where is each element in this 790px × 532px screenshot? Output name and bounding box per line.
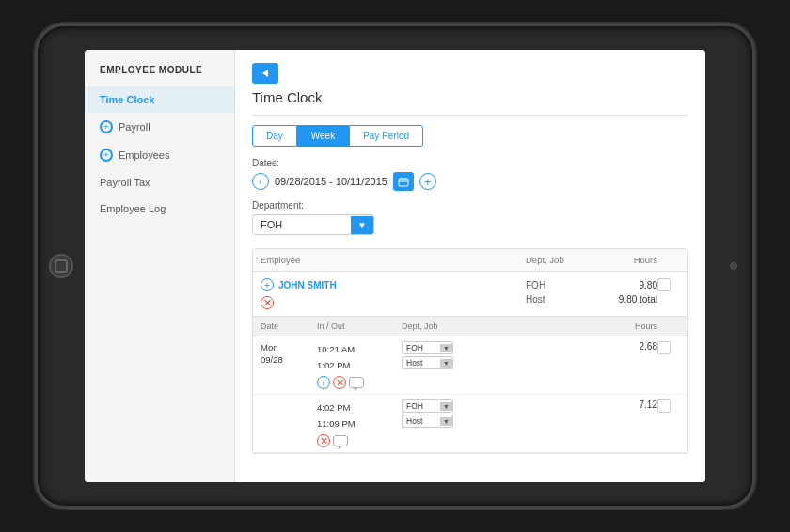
employee-name-top: + JOHN SMITH	[261, 278, 337, 291]
detail-job-text-2: Host	[403, 415, 440, 427]
department-select-arrow-icon[interactable]: ▼	[351, 216, 373, 234]
detail-col-check	[657, 321, 680, 331]
detail-job-arrow-1: ▼	[440, 359, 452, 368]
dates-row: ‹ 09/28/2015 - 10/11/2015 +	[252, 172, 688, 191]
row-remove-icon-1[interactable]: ✕	[333, 376, 346, 389]
comment-icon-2[interactable]	[333, 435, 348, 446]
detail-in-time-1: 10:21 AM	[317, 341, 402, 357]
detail-row-1: Mon 09/28 10:21 AM 1:02 PM + ✕	[253, 336, 687, 395]
calendar-icon	[398, 177, 409, 187]
detail-dept-select-1[interactable]: FOH ▼	[402, 341, 453, 354]
employee-row: + JOHN SMITH ✕ FOH Host 9.80 9.80 total	[253, 272, 687, 317]
employee-name-cell: + JOHN SMITH ✕	[261, 278, 392, 309]
detail-col-date: Date	[261, 321, 317, 331]
detail-hours-1: 2.68	[601, 341, 657, 352]
detail-header: Date In / Out Dept, Job Hours	[253, 317, 687, 336]
table-header: Employee Dept, Job Hours	[253, 249, 687, 272]
page-title: Time Clock	[252, 89, 688, 105]
timeclock-label: Time Clock	[100, 94, 155, 105]
tablet-frame: EMPLOYEE MODULE Time Clock + Payroll + E…	[38, 26, 752, 506]
detail-dept-1: FOH ▼ Host ▼	[402, 341, 601, 371]
detail-job-select-1[interactable]: Host ▼	[402, 356, 453, 369]
date-prev-button[interactable]: ‹	[252, 173, 269, 190]
tab-group: Day Week Pay Period	[252, 125, 688, 147]
detail-inout-1: 10:21 AM 1:02 PM + ✕	[317, 341, 402, 389]
detail-out-time-1: 1:02 PM	[317, 357, 402, 373]
col-empty	[392, 255, 526, 265]
dates-label: Dates:	[252, 158, 688, 168]
title-divider	[252, 115, 688, 116]
detail-row-2: 4:02 PM 11:09 PM ✕ FOH ▼ Host	[253, 395, 687, 453]
home-button-inner	[55, 259, 68, 273]
detail-col-dept: Dept, Job	[402, 321, 601, 331]
camera	[730, 262, 737, 270]
employee-hours-value: 9.80	[601, 278, 657, 292]
employeelog-label: Employee Log	[100, 203, 166, 214]
employees-add-icon: +	[100, 149, 113, 162]
sidebar: EMPLOYEE MODULE Time Clock + Payroll + E…	[85, 50, 235, 482]
col-hours: Hours	[601, 255, 657, 265]
tab-payperiod[interactable]: Pay Period	[349, 125, 423, 147]
detail-dept-text-1: FOH	[403, 342, 440, 353]
sidebar-title: EMPLOYEE MODULE	[85, 65, 234, 86]
detail-day-1: Mon	[261, 341, 317, 353]
detail-job-text-1: Host	[403, 357, 440, 368]
department-select[interactable]: FOH ▼	[252, 214, 374, 235]
employee-hours: 9.80 9.80 total	[601, 278, 657, 306]
detail-date-1: Mon 09/28	[261, 341, 317, 367]
detail-col-inout: In / Out	[317, 321, 402, 331]
comment-icon-1[interactable]	[349, 377, 364, 388]
detail-out-time-2: 11:09 PM	[317, 415, 402, 431]
calendar-button[interactable]	[393, 172, 414, 191]
payroll-add-icon: +	[100, 120, 113, 133]
tab-week[interactable]: Week	[297, 125, 349, 147]
sidebar-item-employeelog[interactable]: Employee Log	[85, 196, 234, 222]
tab-day[interactable]: Day	[252, 125, 297, 147]
home-button[interactable]	[49, 254, 73, 278]
detail-dept-text-2: FOH	[403, 400, 440, 412]
detail-checkbox-2[interactable]	[657, 399, 671, 413]
sidebar-item-timeclock[interactable]: Time Clock	[85, 86, 234, 113]
date-add-button[interactable]: +	[419, 173, 436, 190]
detail-date-num-1: 09/28	[261, 353, 317, 366]
tablet-screen: EMPLOYEE MODULE Time Clock + Payroll + E…	[85, 50, 705, 482]
detail-inout-2: 4:02 PM 11:09 PM ✕	[317, 399, 402, 447]
sidebar-item-payrolltax[interactable]: Payroll Tax	[85, 169, 234, 196]
detail-dept-select-2[interactable]: FOH ▼	[402, 399, 453, 413]
sidebar-item-employees[interactable]: + Employees	[85, 141, 234, 169]
detail-dept-arrow-2: ▼	[440, 402, 452, 411]
main-content: Time Clock Day Week Pay Period Dates: ‹ …	[235, 50, 705, 482]
detail-job-arrow-2: ▼	[440, 417, 452, 426]
employee-job: Host	[526, 292, 601, 306]
col-deptjob: Dept, Job	[526, 255, 601, 265]
department-label: Department:	[252, 200, 688, 211]
department-select-value: FOH	[253, 215, 351, 234]
svg-marker-0	[262, 70, 268, 77]
employee-dept-job: FOH Host	[526, 278, 601, 306]
detail-dept-arrow-1: ▼	[440, 344, 452, 352]
action-icons-1: + ✕	[317, 376, 402, 389]
row-remove-icon-2[interactable]: ✕	[317, 434, 330, 447]
employees-label: Employees	[118, 149, 169, 161]
sidebar-item-payroll[interactable]: + Payroll	[85, 113, 234, 141]
date-range-text: 09/28/2015 - 10/11/2015	[275, 176, 387, 187]
employee-hours-total: 9.80 total	[601, 292, 657, 306]
row-add-icon-1[interactable]: +	[317, 376, 330, 389]
employee-remove-icon[interactable]: ✕	[261, 296, 274, 309]
payroll-label: Payroll	[118, 121, 150, 133]
data-table: Employee Dept, Job Hours + JOHN SMITH ✕	[252, 248, 688, 454]
employee-checkbox[interactable]	[657, 278, 671, 291]
back-button[interactable]	[252, 63, 278, 84]
col-check	[657, 255, 680, 265]
employee-name: JOHN SMITH	[278, 280, 337, 290]
detail-job-select-2[interactable]: Host ▼	[402, 415, 453, 428]
employee-add-icon[interactable]: +	[261, 278, 274, 291]
back-arrow-icon	[261, 69, 270, 78]
detail-dept-2: FOH ▼ Host ▼	[402, 399, 601, 430]
detail-checkbox-1[interactable]	[657, 341, 671, 354]
svg-rect-1	[399, 179, 408, 186]
col-employee: Employee	[261, 255, 392, 265]
action-icons-2: ✕	[317, 434, 402, 447]
detail-in-time-2: 4:02 PM	[317, 399, 402, 415]
detail-col-hours: Hours	[601, 321, 657, 331]
